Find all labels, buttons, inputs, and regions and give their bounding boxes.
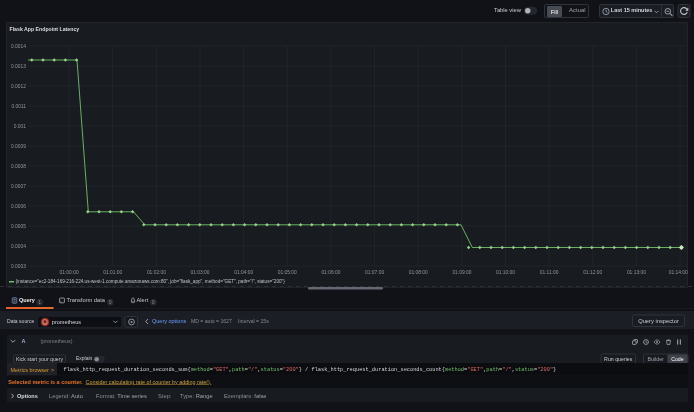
svg-text:01:12:00: 01:12:00 [583,270,602,275]
svg-text:01:02:00: 01:02:00 [147,270,166,275]
svg-text:0.0007: 0.0007 [11,184,26,189]
svg-text:01:00:00: 01:00:00 [60,270,79,275]
svg-text:01:08:00: 01:08:00 [409,270,428,275]
svg-text:0.0011: 0.0011 [11,104,26,109]
svg-text:01:01:00: 01:01:00 [103,270,122,275]
svg-text:0.0005: 0.0005 [11,224,26,229]
svg-text:01:11:00: 01:11:00 [540,270,559,275]
svg-text:0.0004: 0.0004 [11,244,26,249]
svg-text:0.0014: 0.0014 [11,44,26,49]
svg-text:01:09:00: 01:09:00 [452,270,471,275]
svg-text:0.0008: 0.0008 [11,164,26,169]
svg-text:0.0013: 0.0013 [11,64,26,69]
svg-text:0.0006: 0.0006 [11,204,26,209]
svg-text:01:13:00: 01:13:00 [627,270,646,275]
svg-text:01:04:00: 01:04:00 [234,270,253,275]
svg-text:01:06:00: 01:06:00 [321,270,340,275]
svg-text:01:07:00: 01:07:00 [365,270,384,275]
svg-text:0.0012: 0.0012 [11,84,26,89]
svg-text:01:05:00: 01:05:00 [278,270,297,275]
svg-text:01:03:00: 01:03:00 [190,270,209,275]
svg-text:0.0003: 0.0003 [11,264,26,269]
svg-text:0.001: 0.001 [14,124,27,129]
svg-text:01:14:00: 01:14:00 [669,270,688,275]
svg-text:01:10:00: 01:10:00 [496,270,515,275]
svg-text:0.0009: 0.0009 [11,144,26,149]
